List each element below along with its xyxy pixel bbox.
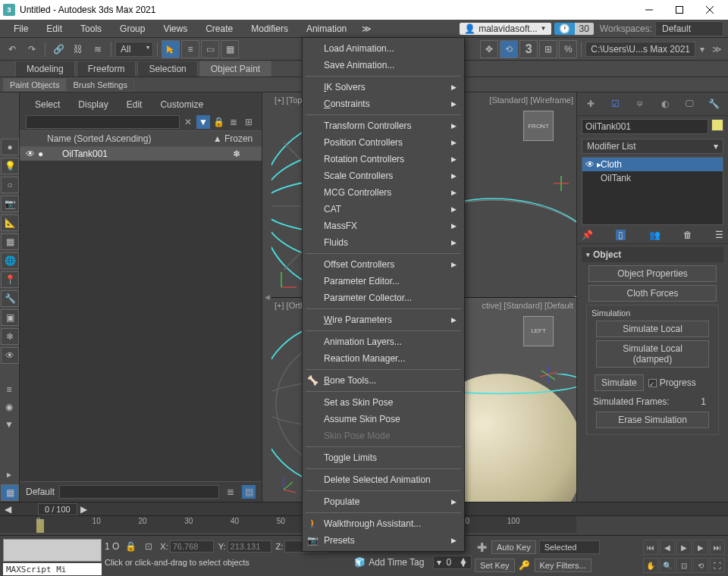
menu-views[interactable]: Views	[154, 21, 196, 36]
menu-position-controllers[interactable]: Position Controllers▶	[303, 134, 464, 151]
menu-scale-controllers[interactable]: Scale Controllers▶	[303, 167, 464, 184]
orbit-button[interactable]: ⟲	[693, 558, 708, 573]
menu-parameter-collector[interactable]: Parameter Collector...	[303, 290, 464, 306]
lock-selection-icon[interactable]: 🔒	[124, 540, 137, 553]
lines-icon[interactable]: ≡	[0, 381, 18, 398]
layer-manager-icon[interactable]: ▤	[242, 485, 256, 499]
key-filter-dropdown[interactable]: Selected	[539, 540, 600, 554]
user-account[interactable]: 👤 malavidasoft... ▼	[460, 23, 551, 35]
tab-object-paint[interactable]: Object Paint	[199, 61, 271, 77]
more-icon[interactable]: ≫	[709, 44, 725, 55]
light-icon[interactable]: 💡	[1, 158, 19, 174]
pin-icon[interactable]: 📍	[1, 271, 19, 288]
time-ruler[interactable]: 0 10 20 30 40 50 60 70 80 90 100	[0, 516, 576, 533]
menu-cat[interactable]: CAT▶	[303, 201, 464, 218]
menu-rotation-controllers[interactable]: Rotation Controllers▶	[303, 151, 464, 167]
configure-icon[interactable]: ☰	[715, 230, 723, 240]
object-color-swatch[interactable]	[711, 119, 723, 131]
snowflake-icon[interactable]: ❄	[1, 328, 19, 345]
modify-tab-icon[interactable]: ☑	[607, 95, 624, 112]
object-name-input[interactable]	[582, 119, 708, 134]
workspace-selector[interactable]: Default	[655, 21, 723, 36]
slider-left-arrow[interactable]: ◀	[0, 504, 15, 515]
menu-populate[interactable]: Populate▶	[303, 493, 464, 510]
list-icon[interactable]: ≣	[227, 115, 240, 129]
layer-input[interactable]	[59, 485, 219, 499]
big-key-icon[interactable]: ✚	[475, 540, 488, 554]
unlink-button[interactable]: ⛓	[69, 40, 87, 58]
play-end-button[interactable]: ⏭	[710, 540, 725, 555]
menu-tools[interactable]: Tools	[71, 21, 111, 36]
layout-presets-icon[interactable]: ▦	[1, 484, 19, 501]
isolate-icon[interactable]: ⊡	[142, 540, 155, 553]
menu-constraints[interactable]: Constraints▶	[303, 95, 464, 112]
subtab-paint-objects[interactable]: Paint Objects	[3, 78, 66, 92]
object-properties-button[interactable]: Object Properties	[588, 265, 716, 282]
x-coord-input[interactable]	[170, 540, 214, 553]
simulate-local-damped-button[interactable]: Simulate Local (damped)	[596, 340, 709, 368]
menu-group[interactable]: Group	[111, 21, 154, 36]
simulate-button[interactable]: Simulate	[595, 374, 644, 391]
menu-ik-solvers[interactable]: IK Solvers▶	[303, 79, 464, 95]
menu-walkthrough-assistant[interactable]: 🚶Walkthrough Assistant...	[303, 515, 464, 532]
menu-transform-controllers[interactable]: Transform Controllers▶	[303, 117, 464, 134]
collapse-handle[interactable]: ◀	[262, 92, 271, 502]
scene-list-header[interactable]: Name (Sorted Ascending) ▲ Frozen	[20, 130, 262, 147]
make-unique-icon[interactable]: 👥	[649, 230, 661, 240]
scene-tab-edit[interactable]: Edit	[119, 97, 150, 112]
maximize-viewport-button[interactable]: ⛶	[710, 558, 725, 573]
hierarchy-tab-icon[interactable]: 🜃	[632, 95, 648, 112]
modifier-oiltank[interactable]: OilTank	[582, 171, 723, 185]
remove-mod-icon[interactable]: 🗑	[683, 230, 692, 240]
wrench-icon[interactable]: 🔧	[1, 290, 19, 307]
menu-offset-controllers[interactable]: Offset Controllers▶	[303, 256, 464, 273]
subtab-brush-settings[interactable]: Brush Settings	[66, 78, 134, 92]
utilities-tab-icon[interactable]: 🔧	[706, 95, 723, 112]
motion-tab-icon[interactable]: ◐	[657, 95, 673, 112]
key-icon[interactable]: 🔑	[518, 559, 532, 572]
tab-modeling[interactable]: Modeling	[15, 61, 75, 77]
redo-button[interactable]: ↷	[23, 40, 41, 58]
cube-tag-icon[interactable]: 🧊	[354, 557, 366, 568]
undo-button[interactable]: ↶	[3, 40, 21, 58]
minimize-button[interactable]	[634, 0, 664, 20]
scale-text-button[interactable]: 3	[519, 40, 538, 58]
link-button[interactable]: 🔗	[49, 40, 67, 58]
menu-bone-tools[interactable]: 🦴Bone Tools...	[303, 372, 464, 389]
zoom-extents-button[interactable]: ⊡	[676, 558, 692, 573]
visibility-icon[interactable]: 👁	[26, 149, 36, 159]
time-spinner[interactable]: ▾ 0 ▲▼	[433, 556, 472, 569]
trial-days-icon[interactable]: 🕐	[554, 23, 575, 35]
modifier-cloth[interactable]: 👁 ▸ Cloth	[582, 158, 723, 171]
menu-assume-skin-pose[interactable]: Assume Skin Pose	[303, 411, 464, 427]
project-path[interactable]: C:\Users\U...s Max 2021	[585, 42, 695, 57]
menu-reaction-manager[interactable]: Reaction Manager...	[303, 350, 464, 367]
key-filters-button[interactable]: Key Filters...	[535, 559, 592, 572]
cube-icon[interactable]: ▣	[1, 309, 19, 326]
scene-search-input[interactable]	[26, 115, 180, 129]
camera-icon[interactable]: 📷	[1, 196, 19, 212]
window-crossing-button[interactable]: ▦	[221, 40, 239, 58]
menu-create[interactable]: Create	[196, 21, 242, 36]
menu-set-as-skin-pose[interactable]: Set as Skin Pose	[303, 394, 464, 411]
pin-stack-icon[interactable]: 📌	[582, 230, 593, 240]
tab-freeform[interactable]: Freeform	[77, 61, 136, 77]
columns-icon[interactable]: ⊞	[242, 115, 256, 129]
menu-parameter-editor[interactable]: Parameter Editor...	[303, 273, 464, 290]
close-button[interactable]	[695, 0, 725, 20]
globe-icon[interactable]: 🌐	[1, 252, 19, 269]
create-tab-icon[interactable]: ✚	[582, 95, 599, 112]
menu-presets[interactable]: 📷Presets▶	[303, 532, 464, 549]
ruler-icon[interactable]: 📐	[1, 214, 19, 231]
sphere-icon[interactable]: ●	[1, 139, 19, 155]
layers-icon[interactable]: ≣	[224, 485, 237, 499]
select-by-name-button[interactable]: ≡	[181, 40, 199, 58]
modifier-stack[interactable]: 👁 ▸ Cloth OilTank	[582, 157, 723, 225]
eye-icon[interactable]: 👁	[1, 347, 19, 364]
light-off-icon[interactable]: ○	[1, 177, 19, 193]
auto-key-button[interactable]: Auto Key	[491, 540, 536, 554]
menu-modifiers[interactable]: Modifiers	[242, 21, 297, 36]
menu-save-animation[interactable]: Save Animation...	[303, 57, 464, 74]
menu-animation[interactable]: Animation	[297, 21, 356, 36]
set-key-button[interactable]: Set Key	[475, 559, 515, 572]
